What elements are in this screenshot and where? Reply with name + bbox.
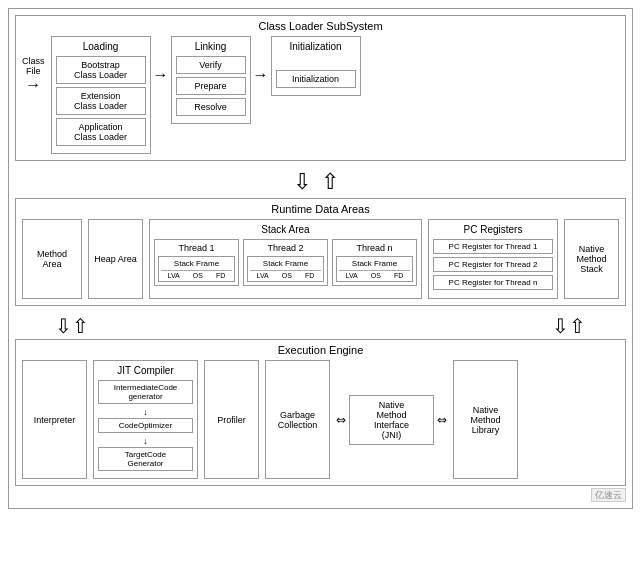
class-loader-title: Class Loader SubSystem [22,20,619,32]
thread-n-lva: LVA [346,272,358,279]
thread-2-lva: LVA [257,272,269,279]
class-loader-section: Class Loader SubSystem ClassFile → Loadi… [15,15,626,161]
jit-arrow-2: ↓ [98,436,193,446]
thread-n-os: OS [371,272,381,279]
extension-loader: ExtensionClass Loader [56,87,146,115]
linking-title: Linking [176,41,246,52]
resolve-box: Resolve [176,98,246,116]
stack-area-title: Stack Area [154,224,417,235]
thread-1-fd: FD [216,272,225,279]
heap-area-box: Heap Area [88,219,143,299]
initialization-phase-title: Initialization [276,41,356,52]
interpreter-box: Interpreter [22,360,87,479]
execution-engine-section: Execution Engine Interpreter JIT Compile… [15,339,626,486]
initialization-box: Initialization [276,70,356,88]
jit-arrow-1: ↓ [98,407,193,417]
initialization-phase: Initialization Initialization [271,36,361,96]
thread-n-stack-frame: Stack Frame LVA OS FD [336,256,413,282]
loading-phase: Loading BootstrapClass Loader ExtensionC… [51,36,151,154]
intermediate-code-box: IntermediateCodegenerator [98,380,193,404]
nmi-with-arrows: ⇔ NativeMethodInterface(JNI) ⇔ [336,360,447,479]
right-bidirectional-arrow: ⇩⇧ [552,314,586,338]
thread-1-title: Thread 1 [158,243,235,253]
jit-title: JIT Compiler [98,365,193,376]
verify-box: Verify [176,56,246,74]
profiler-box: Profiler [204,360,259,479]
stack-area: Stack Area Thread 1 Stack Frame LVA OS F… [149,219,422,299]
prepare-box: Prepare [176,77,246,95]
thread-2-col: Thread 2 Stack Frame LVA OS FD [243,239,328,286]
thread-n-frame-title: Stack Frame [339,259,410,268]
linking-to-init-arrow: → [253,66,269,84]
up-down-arrows: ⇩⇧ [293,169,349,195]
class-file-label: ClassFile → [22,56,45,94]
thread-2-frame-title: Stack Frame [250,259,321,268]
heap-area-text: Heap Area [94,254,137,264]
pc-registers: PC Registers PC Register for Thread 1 PC… [428,219,558,299]
native-method-stack-box: NativeMethodStack [564,219,619,299]
garbage-collection-box: GarbageCollection [265,360,330,479]
method-area-text: MethodArea [37,249,67,269]
thread-2-os: OS [282,272,292,279]
runtime-data-areas-section: Runtime Data Areas MethodArea Heap Area … [15,198,626,306]
left-h-arrow: ⇔ [336,413,346,427]
bootstrap-loader: BootstrapClass Loader [56,56,146,84]
pc-thread-n: PC Register for Thread n [433,275,553,290]
right-h-arrow: ⇔ [437,413,447,427]
profiler-text: Profiler [217,415,246,425]
jit-compiler-box: JIT Compiler IntermediateCodegenerator ↓… [93,360,198,479]
pc-thread-1: PC Register for Thread 1 [433,239,553,254]
target-code-box: TargetCodeGenerator [98,447,193,471]
interpreter-text: Interpreter [34,415,76,425]
thread-1-col: Thread 1 Stack Frame LVA OS FD [154,239,239,286]
thread-1-frame-row: LVA OS FD [161,270,232,279]
thread-2-frame-row: LVA OS FD [250,270,321,279]
loading-to-linking-arrow: → [153,66,169,84]
thread-2-stack-frame: Stack Frame LVA OS FD [247,256,324,282]
runtime-data-areas-title: Runtime Data Areas [22,203,619,215]
nmi-text: NativeMethodInterface(JNI) [374,400,409,440]
thread-2-fd: FD [305,272,314,279]
pc-thread-2: PC Register for Thread 2 [433,257,553,272]
thread-n-col: Thread n Stack Frame LVA OS FD [332,239,417,286]
thread-n-fd: FD [394,272,403,279]
code-optimizer-box: CodeOptimizer [98,418,193,433]
native-method-library-text: Native MethodLibrary [458,405,513,435]
thread-1-stack-frame: Stack Frame LVA OS FD [158,256,235,282]
left-bidirectional-arrow: ⇩⇧ [55,314,89,338]
native-method-stack-text: NativeMethodStack [576,244,606,274]
native-method-library-box: Native MethodLibrary [453,360,518,479]
application-loader: ApplicationClass Loader [56,118,146,146]
thread-1-lva: LVA [168,272,180,279]
class-file-text: ClassFile [22,56,45,76]
native-method-interface-box: NativeMethodInterface(JNI) [349,395,434,445]
method-area-box: MethodArea [22,219,82,299]
thread-2-title: Thread 2 [247,243,324,253]
threads-container: Thread 1 Stack Frame LVA OS FD Threa [154,239,417,286]
thread-1-frame-title: Stack Frame [161,259,232,268]
watermark-text: 亿速云 [591,488,626,502]
class-file-arrow: → [25,76,41,94]
runtime-to-exec-arrows: ⇩⇧ ⇩⇧ [15,314,626,338]
thread-1-os: OS [193,272,203,279]
thread-n-title: Thread n [336,243,413,253]
cl-to-runtime-arrows: ⇩⇧ [15,169,626,195]
thread-n-frame-row: LVA OS FD [339,270,410,279]
garbage-collection-text: GarbageCollection [278,410,318,430]
pc-registers-title: PC Registers [433,224,553,235]
jvm-architecture-diagram: Class Loader SubSystem ClassFile → Loadi… [8,8,633,509]
execution-engine-title: Execution Engine [22,344,619,356]
watermark-area: 亿速云 [15,489,626,502]
linking-phase: Linking Verify Prepare Resolve [171,36,251,124]
loading-title: Loading [56,41,146,52]
